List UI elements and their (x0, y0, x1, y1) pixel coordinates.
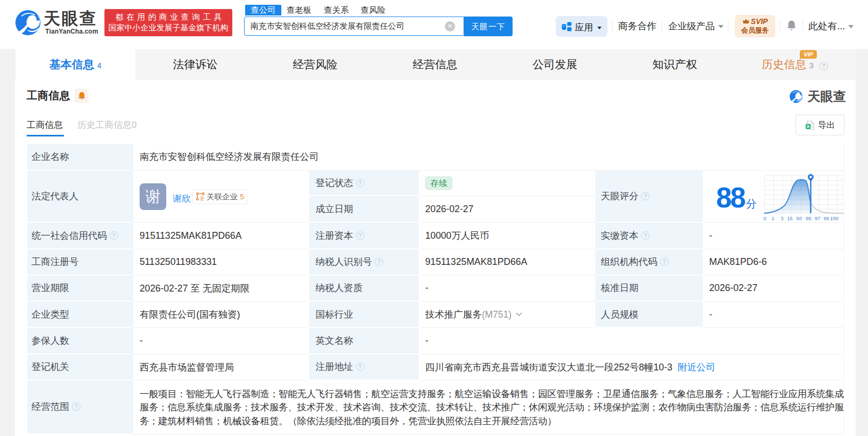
svg-text:企: 企 (200, 195, 205, 200)
